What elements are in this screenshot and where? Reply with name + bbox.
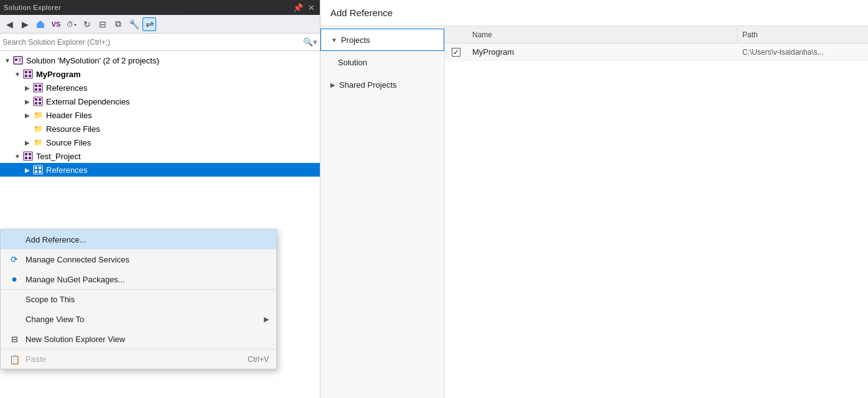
- copy-button[interactable]: ⧉: [111, 17, 125, 31]
- svg-rect-24: [29, 157, 31, 159]
- sourcefiles-label: Source Files: [46, 138, 91, 147]
- ctx-manage-nuget[interactable]: ● Manage NuGet Packages...: [1, 269, 276, 289]
- headerfiles-icon: 📁: [32, 109, 44, 121]
- tree-item-headerfiles[interactable]: ▶ 📁 Header Files: [0, 108, 320, 122]
- svg-rect-19: [39, 102, 41, 104]
- svg-rect-9: [29, 75, 31, 77]
- nav-shared-arrow: ▶: [330, 81, 335, 88]
- project-icon-myprogram: [22, 68, 34, 80]
- ctx-add-reference-label: Add Reference...: [26, 235, 269, 244]
- tree-item-resourcefiles[interactable]: ▶ 📁 Resource Files: [0, 122, 320, 136]
- row-checkbox[interactable]: ✓: [452, 48, 460, 57]
- col-header-name[interactable]: Name: [467, 26, 737, 43]
- vs-icon: VS: [49, 17, 63, 31]
- row-path-cell: C:\Users\v-lsaldanha\s...: [737, 44, 868, 60]
- svg-rect-26: [35, 167, 37, 169]
- solution-explorer-panel: Solution Explorer · · · · · · · · · · · …: [0, 0, 320, 398]
- home-button[interactable]: [34, 17, 47, 31]
- myprogram-label: MyProgram: [36, 70, 81, 79]
- extdeps-icon: [32, 96, 44, 107]
- tree-item-solution[interactable]: ▼ Solution 'MySolution' (2 of 2 projects…: [0, 53, 320, 67]
- resourcefiles-label: Resource Files: [46, 124, 100, 134]
- properties-button[interactable]: 🔧: [127, 17, 141, 31]
- ctx-new-se-label: New Solution Explorer View: [26, 335, 269, 344]
- svg-rect-11: [35, 85, 37, 87]
- table-row[interactable]: ✓ MyProgram C:\Users\v-lsaldanha\s...: [445, 44, 868, 61]
- expand-arrow-solution: ▼: [2, 57, 12, 64]
- tree-item-references-1[interactable]: ▶ References: [0, 81, 320, 95]
- svg-rect-14: [39, 88, 41, 91]
- tree-item-extdeps[interactable]: ▶ External Dependencies: [0, 95, 320, 108]
- ctx-paste-shortcut: Ctrl+V: [248, 355, 269, 364]
- svg-rect-21: [25, 153, 27, 155]
- nav-projects-label: Projects: [341, 35, 370, 45]
- close-icon[interactable]: ✕: [307, 3, 316, 12]
- ctx-new-se-view[interactable]: ⊟ New Solution Explorer View: [1, 329, 276, 349]
- ctx-scope-to-this[interactable]: Scope to This: [1, 289, 276, 309]
- ctx-nuget-label: Manage NuGet Packages...: [26, 275, 269, 284]
- paste-icon: 📋: [8, 353, 21, 366]
- solution-explorer-title: Solution Explorer: [4, 4, 186, 11]
- ctx-paste: 📋 Paste Ctrl+V: [1, 349, 276, 369]
- expand-arrow-references-2: ▶: [22, 167, 32, 174]
- svg-rect-18: [39, 98, 41, 101]
- svg-rect-2: [15, 58, 17, 61]
- ctx-manage-connected-label: Manage Connected Services: [26, 255, 269, 264]
- ctx-change-view[interactable]: Change View To ▶: [1, 309, 276, 329]
- svg-rect-13: [39, 85, 41, 87]
- sync-button[interactable]: ⇌: [142, 17, 156, 31]
- pin-icon[interactable]: 📌: [292, 3, 304, 12]
- add-reference-title: Add Reference: [320, 0, 868, 26]
- add-reference-content: Name Path ✓ MyProgram C:\Users\v-lsaldan…: [445, 26, 868, 398]
- nav-projects-arrow: ▼: [331, 37, 337, 44]
- tree-item-myprogram[interactable]: ▼ MyProgram: [0, 67, 320, 81]
- refresh-button[interactable]: ↻: [80, 17, 94, 31]
- history-button[interactable]: ⏱▾: [65, 17, 78, 31]
- tree-item-sourcefiles[interactable]: ▶ 📁 Source Files: [0, 136, 320, 149]
- forward-button[interactable]: ▶: [18, 17, 32, 31]
- references-icon-1: [32, 82, 44, 93]
- svg-rect-7: [25, 75, 27, 77]
- svg-rect-17: [35, 102, 37, 104]
- title-dots: · · · · · · · · · · · · · · · · ·: [190, 4, 288, 11]
- ctx-scope-label: Scope to This: [26, 295, 269, 304]
- svg-rect-29: [39, 170, 41, 173]
- row-check-cell[interactable]: ✓: [445, 44, 467, 60]
- tree-item-testproject[interactable]: ▼ Test_Project: [0, 149, 320, 163]
- collapse-button[interactable]: ⊟: [96, 17, 110, 31]
- ctx-paste-label: Paste: [26, 354, 248, 364]
- solution-label: Solution 'MySolution' (2 of 2 projects): [26, 56, 159, 65]
- nav-projects[interactable]: ▼ Projects: [320, 29, 444, 51]
- extdeps-label: External Dependencies: [46, 97, 129, 106]
- solution-explorer-titlebar: Solution Explorer · · · · · · · · · · · …: [0, 0, 320, 15]
- add-reference-nav: ▼ Projects Solution ▶ Shared Projects: [320, 26, 445, 398]
- expand-arrow-myprogram: ▼: [12, 71, 22, 78]
- expand-arrow-extdeps: ▶: [22, 98, 32, 105]
- ctx-add-reference[interactable]: Add Reference...: [1, 229, 276, 249]
- headerfiles-label: Header Files: [46, 111, 92, 120]
- svg-rect-28: [39, 167, 41, 169]
- col-header-path[interactable]: Path: [737, 26, 868, 43]
- back-button[interactable]: ◀: [2, 17, 16, 31]
- nav-shared-projects[interactable]: ▶ Shared Projects: [320, 73, 444, 96]
- tree-item-references-2[interactable]: ▶ References: [0, 163, 320, 177]
- nav-solution[interactable]: Solution: [320, 51, 444, 73]
- search-bar[interactable]: 🔍▾: [0, 34, 320, 51]
- table-header: Name Path: [445, 26, 868, 44]
- svg-rect-16: [35, 98, 37, 101]
- add-reference-table: Name Path ✓ MyProgram C:\Users\v-lsaldan…: [445, 26, 868, 398]
- sourcefiles-icon: 📁: [32, 137, 44, 148]
- expand-arrow-headerfiles: ▶: [22, 112, 32, 119]
- ctx-manage-connected[interactable]: ⟳ Manage Connected Services: [1, 249, 276, 269]
- nuget-icon: ●: [8, 273, 21, 285]
- new-se-icon: ⊟: [8, 333, 21, 345]
- context-menu: Add Reference... ⟳ Manage Connected Serv…: [0, 229, 277, 369]
- search-input[interactable]: [2, 38, 303, 47]
- add-reference-icon: [8, 233, 21, 246]
- ctx-change-view-label: Change View To: [26, 315, 264, 324]
- svg-rect-8: [29, 71, 31, 73]
- project-icon-testproject: [22, 150, 34, 162]
- references-1-label: References: [46, 83, 87, 93]
- svg-rect-4: [19, 60, 21, 62]
- row-name-cell: MyProgram: [467, 44, 737, 60]
